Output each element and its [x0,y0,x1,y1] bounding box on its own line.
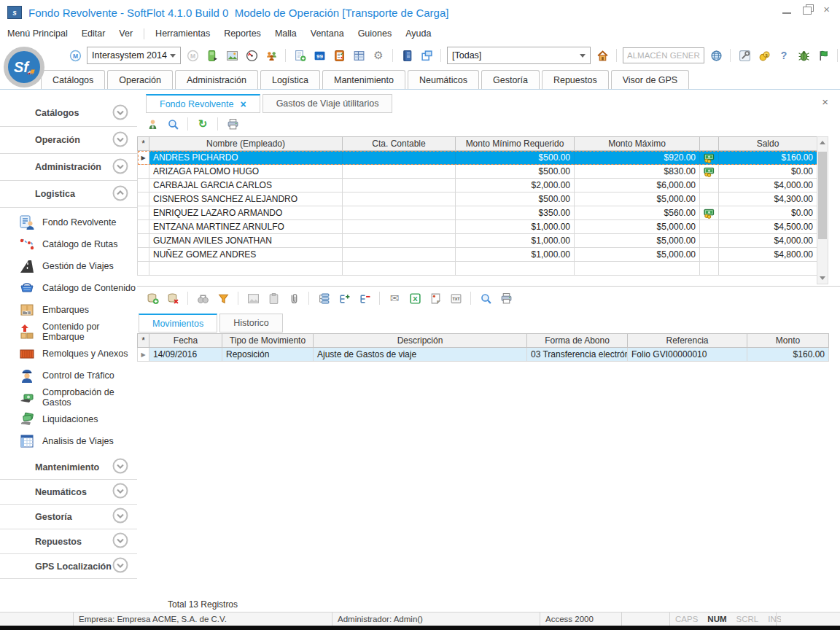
money-icon[interactable] [700,206,719,220]
vertical-scrollbar[interactable] [817,136,828,284]
ribbon-tab-administracion[interactable]: Administración [175,70,258,89]
refresh-icon[interactable]: ↻ [195,116,211,132]
sidebar-item-remolques-anexos[interactable]: Remolques y Anexos [0,343,137,365]
grid-row[interactable]: ARIZAGA PALOMO HUGO $500.00 $830.00 $0.0… [138,165,817,179]
cell-saldo[interactable]: $4,000.00 [719,179,817,192]
sidebar-section-logistica[interactable]: Logistica [0,181,137,208]
zoom-icon[interactable] [165,116,181,132]
bug-icon[interactable] [796,47,812,63]
sidebar-item-fondo-revolvente[interactable]: Fondo Revolvente [0,211,137,233]
cell-saldo[interactable]: $4,500.00 [719,220,817,234]
tab-historico[interactable]: Historico [219,314,283,332]
note-export-icon[interactable] [427,290,443,306]
cell-max[interactable]: $920.00 [575,151,700,165]
sidebar-item-comprobacion-gastos[interactable]: Comprobación de Gastos [0,386,137,408]
cell-cta[interactable] [343,206,456,220]
cell-monto[interactable]: $160.00 [747,348,829,362]
ribbon-tab-gestoria[interactable]: Gestoría [481,70,540,89]
cell-cta[interactable] [343,179,456,192]
cell-max[interactable]: $5,000.00 [575,234,700,248]
sidebar-item-analisis-viajes[interactable]: Analisis de Viajes [0,430,137,452]
menu-item-principal[interactable]: Menú Principal [7,28,68,39]
email-icon[interactable]: ✉ [386,290,402,306]
excel-export-icon[interactable]: X [407,290,423,306]
cell-nombre[interactable]: ARIZAGA PALOMO HUGO [149,165,343,179]
cell-descripcion[interactable]: Ajuste de Gastos de viaje [314,348,527,362]
cell-tipo[interactable]: Reposición [222,348,314,362]
grid-row[interactable]: CARBAJAL GARCIA CARLOS $2,000.00 $6,000.… [138,179,817,192]
cell-saldo[interactable]: $4,800.00 [719,248,817,262]
col-money-icon[interactable] [700,137,719,151]
cell-cta[interactable] [343,192,456,206]
ribbon-tab-neumaticos[interactable]: Neumáticos [408,70,479,89]
cell-nombre[interactable]: CISNEROS SANCHEZ ALEJANDRO [149,192,343,206]
grid-row[interactable]: NUÑEZ GOMEZ ANDRES $1,000.00 $5,000.00 $… [138,248,817,262]
cell-saldo[interactable]: $0.00 [719,206,817,220]
menu-item-ayuda[interactable]: Ayuda [405,28,431,39]
cell-nombre[interactable]: NUÑEZ GOMEZ ANDRES [149,248,343,262]
cell-forma[interactable]: 03 Transferencia electróni... [527,348,628,362]
col-fecha[interactable]: Fecha [149,334,222,348]
cell-nombre[interactable]: ENRIQUEZ LAZARO ARMANDO [149,206,343,220]
notebook-icon[interactable] [399,47,415,63]
cell-nombre[interactable]: GUZMAN AVILES JONATHAN [149,234,343,248]
grid-row[interactable]: ▶ 14/09/2016 Reposición Ajuste de Gastos… [138,348,829,362]
company-combo[interactable]: Interasystem 2014 [87,47,181,64]
globe-icon[interactable] [708,47,724,63]
filter-combo[interactable]: [Todas] [447,47,591,64]
cell-min[interactable]: $350.00 [456,206,575,220]
sidebar-item-gestion-viajes[interactable]: Gestión de Viajes [0,255,137,277]
grid-row[interactable]: CISNEROS SANCHEZ ALEJANDRO $500.00 $5,00… [138,192,817,206]
close-tab-icon[interactable]: × [240,98,246,110]
users-icon[interactable] [263,47,279,63]
menu-item-editar[interactable]: Editar [82,28,106,39]
cell-min[interactable]: $2,000.00 [456,179,575,192]
cell-saldo[interactable]: $0.00 [719,165,817,179]
money-icon[interactable] [700,151,719,165]
grid-view-icon[interactable] [351,47,367,63]
add-record-icon[interactable] [144,290,160,306]
export-drive-icon[interactable] [204,47,220,63]
money-icon[interactable] [700,165,719,179]
minimize-button[interactable] [782,5,791,14]
col-descripcion[interactable]: Descripción [314,334,527,348]
ribbon-tab-catalogos[interactable]: Catálogos [41,70,105,89]
cell-cta[interactable] [343,234,456,248]
tree-list-icon[interactable] [316,290,332,306]
col-tipo[interactable]: Tipo de Movimiento [222,334,314,348]
cell-max[interactable]: $830.00 [575,165,700,179]
cell-fecha[interactable]: 14/09/2016 [149,348,222,362]
col-nombre[interactable]: Nombre (Empleado) [149,137,343,151]
grid-row[interactable]: ▶ ANDRES PICHARDO $500.00 $920.00 $160.0… [138,151,817,165]
windows-cascade-icon[interactable] [419,47,435,63]
cell-nombre[interactable]: ENTZANA MARTINEZ ARNULFO [149,220,343,234]
grid-row[interactable]: GUZMAN AVILES JONATHAN $1,000.00 $5,000.… [138,234,817,248]
cell-max[interactable]: $5,000.00 [575,220,700,234]
image-icon[interactable] [224,47,240,63]
scroll-down-icon[interactable] [820,276,825,280]
home-icon[interactable] [594,47,610,63]
new-document-icon[interactable] [292,47,308,63]
cell-cta[interactable] [343,220,456,234]
delete-record-icon[interactable] [165,290,181,306]
cell-saldo[interactable]: $4,000.00 [719,234,817,248]
scroll-up-icon[interactable] [820,141,825,144]
tab-gastos-viaje[interactable]: Gastos de Viaje útilitarios [262,94,393,113]
tools-search-icon[interactable] [736,47,752,63]
cell-min[interactable]: $500.00 [456,192,575,206]
txt-export-icon[interactable]: TXT [448,290,464,306]
ribbon-tab-mantenimiento[interactable]: Mantenimiento [322,70,405,89]
sidebar-item-liquidaciones[interactable]: Liquidaciones [0,408,137,430]
col-monto-minimo[interactable]: Monto Mínimo Requerido [456,137,575,151]
sidebar-item-catalogo-contenido[interactable]: Catálogo de Contenido [0,277,137,299]
sidebar-section-repuestos[interactable]: Repuestos [0,529,137,554]
tab-fondo-revolvente[interactable]: Fondo Revolvente× [146,94,260,113]
cell-min[interactable]: $1,000.00 [456,248,575,262]
col-monto-maximo[interactable]: Monto Máximo [575,137,700,151]
cell-saldo[interactable]: $160.00 [719,151,817,165]
tree-collapse-icon[interactable] [357,290,373,306]
print-icon[interactable] [498,290,514,306]
print-icon[interactable] [225,116,241,132]
col-forma-abono[interactable]: Forma de Abono [527,334,628,348]
cell-max[interactable]: $5,000.00 [575,192,700,206]
